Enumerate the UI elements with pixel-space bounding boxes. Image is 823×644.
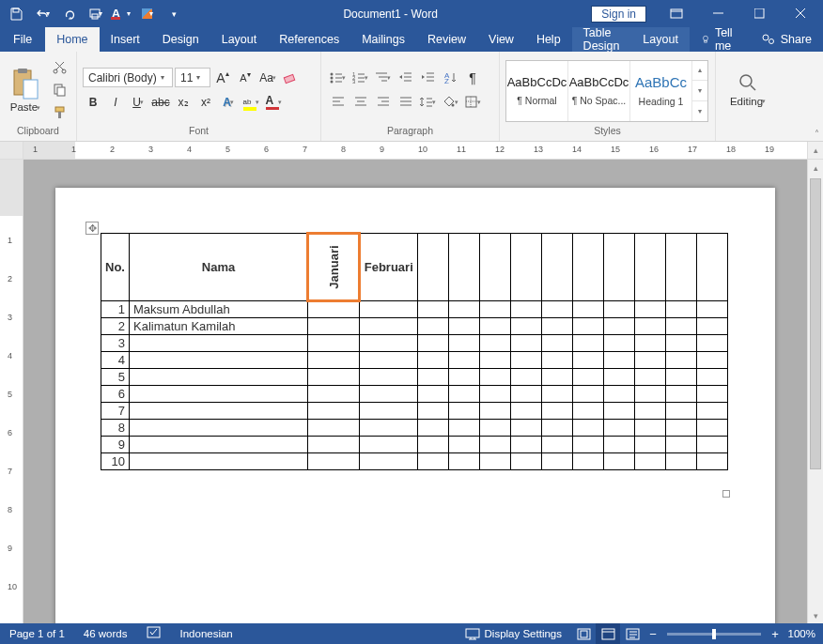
table-row[interactable]: 9 [101,437,728,453]
table-move-handle-icon[interactable]: ✥ [85,222,99,235]
cell[interactable] [418,453,449,470]
shrink-font-button[interactable]: A▾ [235,68,256,88]
cell[interactable] [604,437,635,453]
cell[interactable] [604,420,635,437]
cell[interactable] [697,437,728,453]
styles-up-icon[interactable]: ▴ [692,61,707,82]
cell[interactable] [573,318,604,335]
table-header-cell[interactable]: No. [101,234,130,301]
cell[interactable] [573,335,604,352]
cell-nama[interactable] [130,386,308,403]
table-row[interactable]: 8 [101,420,728,437]
table-row[interactable]: 6 [101,386,728,403]
cell-nama[interactable] [130,335,308,352]
bold-button[interactable]: B [83,92,103,113]
cell[interactable] [308,335,360,352]
cell[interactable] [697,301,728,318]
borders-button[interactable]: ▾ [462,92,483,113]
cell[interactable] [666,301,697,318]
cell[interactable] [697,453,728,470]
increase-indent-button[interactable] [417,68,438,88]
cell[interactable] [573,420,604,437]
styles-more-icon[interactable]: ▾ [692,101,707,121]
document-table[interactable]: No.NamaJanuariFebruari1Maksum Abdullah2K… [101,233,728,470]
cell[interactable] [511,335,542,352]
table-header-cell[interactable] [635,234,666,301]
chevron-down-icon[interactable]: ▾ [278,99,282,106]
cell-no[interactable]: 1 [101,301,130,318]
highlight-button[interactable]: ab▾ [241,92,261,113]
cell[interactable] [511,420,542,437]
cell[interactable] [666,335,697,352]
chevron-down-icon[interactable]: ▾ [196,73,200,82]
cell[interactable] [511,453,542,470]
document-canvas[interactable]: ✥ No.NamaJanuariFebruari1Maksum Abdullah… [23,160,807,623]
chevron-down-icon[interactable]: ▾ [477,99,481,106]
cell[interactable] [480,369,511,386]
save-icon[interactable] [4,3,28,25]
cell[interactable] [308,420,360,437]
table-header-cell[interactable] [666,234,697,301]
tab-mailings[interactable]: Mailings [350,27,416,52]
cell[interactable] [697,403,728,420]
styles-gallery[interactable]: AaBbCcDc¶ Normal AaBbCcDc¶ No Spac... Aa… [505,60,708,122]
cell[interactable] [604,453,635,470]
table-row[interactable]: 1Maksum Abdullah [101,301,728,318]
highlight-qat-icon[interactable]: ▾ [135,3,160,25]
tab-references[interactable]: References [268,27,350,52]
qat-customize-icon[interactable]: ▾ [162,3,186,25]
font-family-combo[interactable]: Calibri (Body)▾ [83,68,173,87]
cell[interactable] [360,386,418,403]
cell[interactable] [542,369,573,386]
view-web-layout-button[interactable] [620,623,644,644]
cell[interactable] [449,318,480,335]
table-header-cell[interactable] [480,234,511,301]
cell-no[interactable]: 7 [101,403,130,420]
cell[interactable] [697,369,728,386]
cell[interactable] [604,301,635,318]
change-case-button[interactable]: Aa▾ [257,68,278,88]
cell[interactable] [635,301,666,318]
cell[interactable] [480,335,511,352]
cell[interactable] [360,453,418,470]
sign-in-button[interactable]: Sign in [591,6,646,23]
cell-no[interactable]: 5 [101,369,130,386]
chevron-down-icon[interactable]: ▾ [140,99,144,106]
cell[interactable] [308,437,360,453]
table-header-cell[interactable] [697,234,728,301]
chevron-down-icon[interactable]: ▾ [432,99,436,106]
cell[interactable] [697,386,728,403]
zoom-in-button[interactable]: + [767,627,784,641]
decrease-indent-button[interactable] [395,68,415,88]
style-heading-1[interactable]: AaBbCcHeading 1 [630,61,692,121]
cell[interactable] [573,403,604,420]
cell[interactable] [666,420,697,437]
chevron-down-icon[interactable]: ▾ [455,99,458,106]
cell[interactable] [360,369,418,386]
vertical-scrollbar[interactable]: ▴ ▾ [807,160,823,623]
font-color-button[interactable]: A▾ [263,92,284,113]
cell[interactable] [449,386,480,403]
cell[interactable] [360,420,418,437]
tab-table-layout[interactable]: Layout [631,27,690,52]
sort-button[interactable]: AZ [440,68,460,88]
strikethrough-button[interactable]: abc [150,92,171,113]
underline-button[interactable]: U▾ [128,92,148,113]
cell[interactable] [480,420,511,437]
align-right-button[interactable] [372,92,393,113]
cell[interactable] [308,369,360,386]
cell[interactable] [666,437,697,453]
cell[interactable] [480,453,511,470]
cell[interactable] [308,352,360,369]
scroll-up-icon[interactable]: ▴ [807,142,823,159]
table-row[interactable]: 3 [101,335,728,352]
table-header-cell[interactable] [573,234,604,301]
chevron-down-icon[interactable]: ▾ [365,74,368,82]
tab-file[interactable]: File [0,27,45,52]
language-indicator[interactable]: Indonesian [171,628,242,639]
cell-no[interactable]: 6 [101,386,130,403]
table-header-cell[interactable] [449,234,480,301]
cell[interactable] [449,403,480,420]
tab-design[interactable]: Design [151,27,210,52]
cell[interactable] [418,335,449,352]
